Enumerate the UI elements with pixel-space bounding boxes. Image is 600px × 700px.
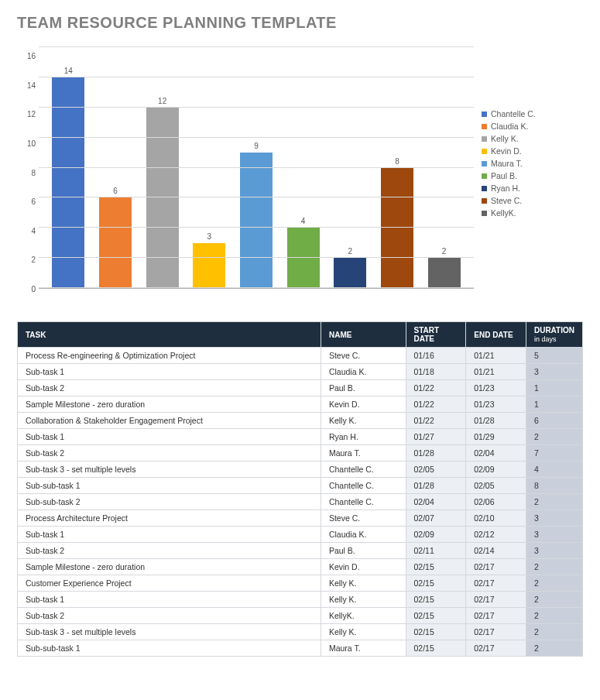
cell-end-date: 02/14 [466, 543, 526, 559]
cell-name: Maura T. [321, 640, 406, 657]
cell-duration: 2 [526, 559, 582, 575]
header-end: END DATE [466, 322, 526, 348]
cell-end-date: 02/17 [466, 608, 526, 624]
cell-task: Sample Milestone - zero duration [18, 396, 321, 413]
cell-end-date: 02/10 [466, 510, 526, 527]
cell-duration: 4 [526, 462, 582, 478]
cell-task: Process Architecture Project [18, 510, 321, 527]
gridline [39, 197, 474, 197]
table-row: Sample Milestone - zero durationKevin D.… [18, 559, 583, 575]
cell-end-date: 01/21 [466, 364, 526, 380]
cell-name: Steve C. [321, 510, 406, 527]
cell-name: Chantelle C. [321, 462, 406, 478]
cell-start-date: 01/22 [406, 380, 466, 396]
cell-duration: 3 [526, 527, 582, 543]
plot-region: 14612394282 [39, 47, 474, 289]
gridline [39, 167, 474, 168]
y-tick-label: 6 [17, 197, 36, 206]
table-row: Sub-task 2Paul B.02/1102/143 [18, 543, 583, 559]
table-row: Sub-task 1Claudia K.01/1801/213 [18, 364, 583, 380]
cell-duration: 3 [526, 364, 582, 380]
cell-start-date: 02/11 [406, 543, 466, 559]
table-row: Sub-sub-task 1Chantelle C.01/2802/058 [18, 478, 583, 494]
legend-marker [482, 124, 487, 129]
chart-plot-area: 0246810121416 14612394282 [17, 47, 474, 303]
y-tick-label: 16 [17, 52, 36, 60]
y-tick-label: 12 [17, 110, 36, 118]
cell-task: Customer Experience Project [18, 575, 321, 592]
table-row: Sample Milestone - zero durationKevin D.… [18, 396, 583, 413]
bar: 12 [146, 108, 179, 288]
cell-name: Kelly K. [321, 413, 406, 429]
legend-label: Maura T. [491, 159, 523, 168]
legend-marker [482, 161, 487, 166]
cell-name: Paul B. [321, 543, 406, 559]
bar-value-label: 12 [158, 97, 166, 105]
header-duration-label: DURATION [534, 326, 574, 335]
cell-end-date: 01/28 [466, 413, 526, 429]
cell-end-date: 01/21 [466, 348, 526, 364]
cell-duration: 8 [526, 478, 582, 494]
cell-start-date: 01/16 [406, 348, 466, 364]
cell-name: Kelly K. [321, 592, 406, 608]
legend-item: Kevin D. [482, 146, 536, 156]
cell-name: Kelly K. [321, 624, 406, 640]
bar: 2 [428, 258, 461, 288]
legend-label: Paul B. [491, 171, 517, 180]
cell-name: KellyK. [321, 608, 406, 624]
table-row: Sub-task 1Kelly K.02/1502/172 [18, 592, 583, 608]
cell-duration: 2 [526, 429, 582, 445]
gridline [39, 46, 474, 47]
table-row: Sub-task 2Paul B.01/2201/231 [18, 380, 583, 396]
bar-value-label: 3 [207, 232, 212, 241]
cell-end-date: 01/23 [466, 396, 526, 413]
y-tick-label: 2 [17, 256, 36, 264]
cell-task: Sub-task 2 [18, 445, 321, 462]
header-name: NAME [321, 322, 406, 348]
cell-task: Process Re-engineering & Optimization Pr… [18, 348, 321, 364]
cell-end-date: 02/12 [466, 527, 526, 543]
gridline [39, 227, 474, 228]
cell-duration: 3 [526, 510, 582, 527]
header-task: TASK [18, 322, 321, 348]
cell-start-date: 02/15 [406, 640, 466, 657]
cell-end-date: 02/05 [466, 478, 526, 494]
legend-marker [482, 173, 487, 179]
cell-name: Kevin D. [321, 559, 406, 575]
cell-end-date: 02/09 [466, 462, 526, 478]
gridline [39, 257, 474, 258]
legend-marker [482, 112, 487, 117]
table-row: Collaboration & Stakeholder Engagement P… [18, 413, 583, 429]
bar: 8 [381, 168, 413, 289]
cell-start-date: 02/04 [406, 494, 466, 510]
cell-start-date: 01/27 [406, 429, 466, 445]
legend-label: Ryan H. [491, 184, 520, 193]
cell-name: Chantelle C. [321, 478, 406, 494]
bar-value-label: 4 [301, 217, 306, 225]
legend-label: Kevin D. [491, 146, 522, 156]
table-row: Sub-task 1Ryan H.01/2701/292 [18, 429, 583, 445]
cell-name: Kevin D. [321, 396, 406, 413]
cell-duration: 5 [526, 348, 582, 364]
bar-value-label: 2 [348, 247, 352, 256]
cell-end-date: 02/17 [466, 592, 526, 608]
cell-name: Chantelle C. [321, 494, 406, 510]
cell-duration: 2 [526, 608, 582, 624]
cell-duration: 3 [526, 543, 582, 559]
cell-duration: 2 [526, 494, 582, 510]
cell-duration: 6 [526, 413, 582, 429]
legend-item: Paul B. [482, 171, 536, 180]
y-tick-label: 8 [17, 168, 36, 177]
table-row: Sub-task 2Maura T.01/2802/047 [18, 445, 583, 462]
bar: 2 [334, 258, 366, 288]
cell-task: Sub-sub-task 1 [18, 478, 321, 494]
cell-end-date: 02/17 [466, 624, 526, 640]
cell-duration: 1 [526, 396, 582, 413]
cell-duration: 2 [526, 640, 582, 657]
legend-item: Ryan H. [482, 184, 536, 193]
cell-start-date: 01/22 [406, 413, 466, 429]
cell-name: Steve C. [321, 348, 406, 364]
cell-start-date: 02/15 [406, 608, 466, 624]
chart-legend: Chantelle C.Claudia K.Kelly K.Kevin D.Ma… [482, 47, 536, 221]
legend-marker [482, 186, 487, 191]
